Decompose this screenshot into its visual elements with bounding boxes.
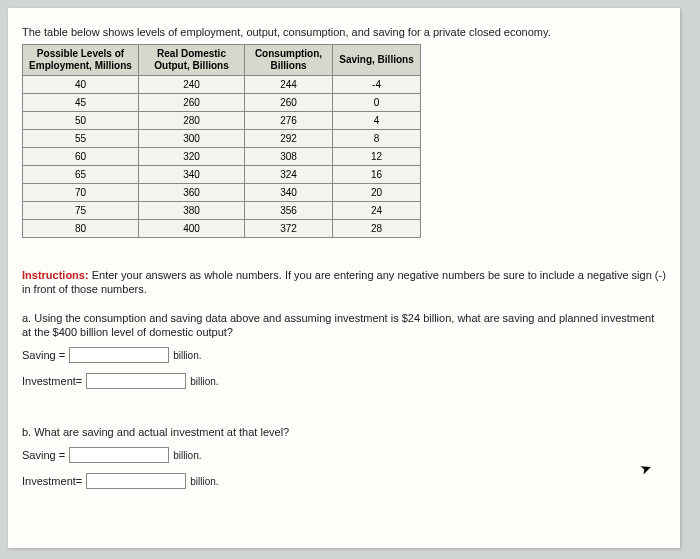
table-cell: 55	[23, 130, 139, 148]
table-row: 8040037228	[23, 220, 421, 238]
table-row: 40240244-4	[23, 76, 421, 94]
table-cell: 70	[23, 184, 139, 202]
table-cell: 380	[139, 202, 245, 220]
saving-label-b: Saving =	[22, 449, 65, 461]
table-cell: 340	[245, 184, 333, 202]
table-cell: 292	[245, 130, 333, 148]
saving-label: Saving =	[22, 349, 65, 361]
table-cell: 240	[139, 76, 245, 94]
table-cell: 20	[333, 184, 421, 202]
investment-b-input[interactable]	[86, 473, 186, 489]
saving-b-input[interactable]	[69, 447, 169, 463]
table-cell: 324	[245, 166, 333, 184]
question-a: a. Using the consumption and saving data…	[22, 311, 666, 340]
investment-label: Investment=	[22, 375, 82, 387]
table-cell: 4	[333, 112, 421, 130]
table-cell: 308	[245, 148, 333, 166]
table-cell: 356	[245, 202, 333, 220]
question-b: b. What are saving and actual investment…	[22, 425, 666, 439]
table-header-row: Possible Levels of Employment, Millions …	[23, 45, 421, 76]
intro-text: The table below shows levels of employme…	[22, 26, 666, 38]
answer-b-investment-row: Investment= billion.	[22, 473, 666, 489]
table-row: 553002928	[23, 130, 421, 148]
table-cell: 260	[139, 94, 245, 112]
table-cell: 24	[333, 202, 421, 220]
table-cell: 75	[23, 202, 139, 220]
table-row: 6534032416	[23, 166, 421, 184]
table-cell: 65	[23, 166, 139, 184]
answer-a-investment-row: Investment= billion.	[22, 373, 666, 389]
table-cell: 50	[23, 112, 139, 130]
table-cell: 244	[245, 76, 333, 94]
investment-label-b: Investment=	[22, 475, 82, 487]
table-cell: 260	[245, 94, 333, 112]
instructions-block: Instructions: Enter your answers as whol…	[22, 268, 666, 297]
table-cell: 0	[333, 94, 421, 112]
table-cell: 400	[139, 220, 245, 238]
table-row: 502802764	[23, 112, 421, 130]
worksheet-page: The table below shows levels of employme…	[8, 8, 680, 548]
table-cell: 280	[139, 112, 245, 130]
col-header-saving: Saving, Billions	[333, 45, 421, 76]
instructions-label: Instructions:	[22, 269, 89, 281]
table-cell: 340	[139, 166, 245, 184]
col-header-employment: Possible Levels of Employment, Millions	[23, 45, 139, 76]
table-cell: 80	[23, 220, 139, 238]
unit-label: billion.	[190, 376, 218, 387]
table-cell: -4	[333, 76, 421, 94]
answer-a-saving-row: Saving = billion.	[22, 347, 666, 363]
table-row: 7036034020	[23, 184, 421, 202]
table-cell: 360	[139, 184, 245, 202]
table-cell: 276	[245, 112, 333, 130]
table-cell: 45	[23, 94, 139, 112]
table-row: 7538035624	[23, 202, 421, 220]
investment-a-input[interactable]	[86, 373, 186, 389]
table-cell: 16	[333, 166, 421, 184]
unit-label-b: billion.	[173, 450, 201, 461]
table-cell: 12	[333, 148, 421, 166]
table-cell: 40	[23, 76, 139, 94]
data-table: Possible Levels of Employment, Millions …	[22, 44, 421, 238]
instructions-text: Enter your answers as whole numbers. If …	[22, 269, 666, 295]
table-cell: 8	[333, 130, 421, 148]
col-header-consumption: Consumption, Billions	[245, 45, 333, 76]
saving-a-input[interactable]	[69, 347, 169, 363]
table-row: 452602600	[23, 94, 421, 112]
col-header-output: Real Domestic Output, Billions	[139, 45, 245, 76]
unit-label: billion.	[173, 350, 201, 361]
table-cell: 320	[139, 148, 245, 166]
table-row: 6032030812	[23, 148, 421, 166]
table-cell: 60	[23, 148, 139, 166]
table-cell: 372	[245, 220, 333, 238]
table-cell: 28	[333, 220, 421, 238]
unit-label-b2: billion.	[190, 476, 218, 487]
answer-b-saving-row: Saving = billion.	[22, 447, 666, 463]
table-cell: 300	[139, 130, 245, 148]
